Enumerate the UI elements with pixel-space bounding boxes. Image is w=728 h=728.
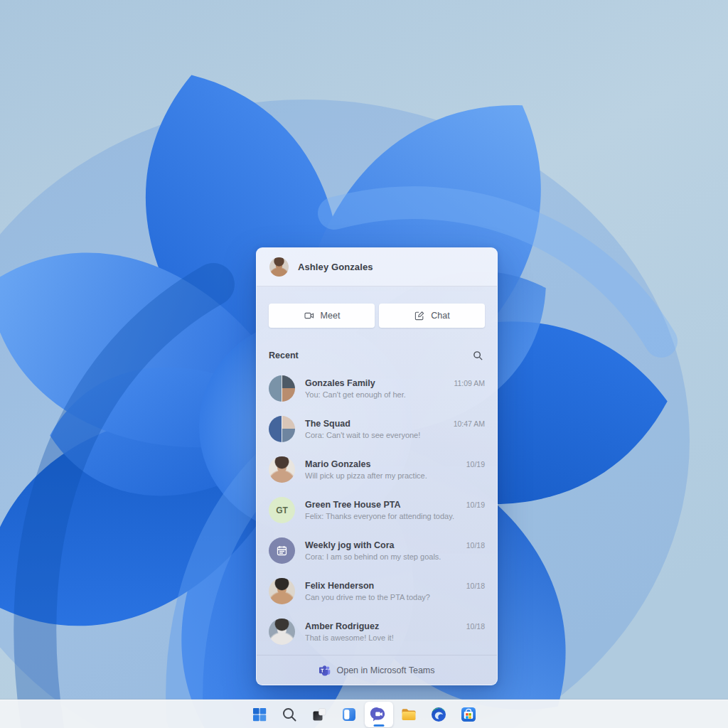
task-view-icon: [311, 706, 328, 723]
conversation-preview: Will pick up pizza after my practice.: [305, 471, 485, 480]
conversation-preview: Can you drive me to the PTA today?: [305, 593, 485, 601]
taskbar-item-store[interactable]: [454, 702, 483, 727]
flyout-header: Ashley Gonzales: [257, 248, 497, 287]
widgets-icon: [341, 706, 358, 723]
conversation-avatar: [269, 619, 295, 645]
taskbar-item-task-view[interactable]: [305, 702, 333, 727]
recent-label: Recent: [269, 350, 299, 360]
conversation-name: Felix Henderson: [305, 581, 374, 591]
meet-button[interactable]: Meet: [269, 304, 375, 328]
meet-button-label: Meet: [321, 311, 341, 321]
file-explorer-icon: [400, 706, 417, 723]
conversation-avatar: [269, 456, 295, 483]
search-button[interactable]: [471, 348, 485, 363]
taskbar-item-start[interactable]: [245, 702, 274, 727]
taskbar-item-widgets[interactable]: [335, 702, 363, 727]
conversation-preview: You: Can't get enough of her.: [305, 390, 485, 399]
video-camera-icon: [304, 310, 315, 321]
teams-chat-icon: [370, 706, 387, 723]
conversation-preview: That is awesome! Love it!: [305, 633, 485, 642]
conversation-time: 10/18: [466, 622, 485, 631]
conversation-time: 10:47 AM: [454, 419, 485, 428]
conversation-name: Weekly jog with Cora: [305, 540, 395, 550]
microsoft-teams-icon: [318, 664, 331, 676]
conversation-item[interactable]: Amber Rodriguez 10/18 That is awesome! L…: [257, 611, 497, 652]
conversation-item[interactable]: The Squad 10:47 AM Cora: Can't wait to s…: [257, 409, 497, 449]
conversation-item[interactable]: Gonzales Family 11:09 AM You: Can't get …: [257, 368, 497, 409]
conversation-name: The Squad: [305, 419, 350, 429]
conversation-avatar: [269, 375, 295, 402]
conversation-time: 10/18: [466, 541, 485, 550]
calendar-icon: [276, 545, 288, 557]
conversation-avatar: [269, 416, 295, 442]
conversation-time: 10/19: [466, 460, 485, 469]
search-icon: [473, 350, 483, 361]
user-avatar[interactable]: [269, 257, 289, 277]
conversation-name: Amber Rodriguez: [305, 621, 379, 631]
conversation-preview: Felix: Thanks everyone for attending tod…: [305, 512, 485, 520]
conversation-item[interactable]: Mario Gonzales 10/19 Will pick up pizza …: [257, 449, 497, 490]
conversation-avatar: [269, 578, 295, 604]
conversation-name: Green Tree House PTA: [305, 500, 401, 510]
taskbar: [0, 700, 728, 728]
conversation-avatar: GT: [269, 497, 295, 523]
open-in-teams-label: Open in Microsoft Teams: [336, 665, 434, 675]
conversation-item[interactable]: GT Green Tree House PTA 10/19 Felix: Tha…: [257, 490, 497, 530]
taskbar-item-edge[interactable]: [424, 702, 453, 727]
user-name: Ashley Gonzales: [298, 262, 373, 272]
quick-actions: Meet Chat: [257, 287, 497, 328]
conversation-preview: Cora: Can't wait to see everyone!: [305, 431, 485, 439]
conversation-item[interactable]: Weekly jog with Cora 10/18 Cora: I am so…: [257, 530, 497, 571]
taskbar-item-teams-chat[interactable]: [365, 702, 393, 727]
recent-header: Recent: [269, 348, 485, 363]
conversation-name: Gonzales Family: [305, 378, 375, 388]
conversation-time: 10/19: [466, 500, 485, 509]
conversation-time: 11:09 AM: [454, 379, 485, 387]
edge-icon: [430, 706, 447, 723]
chat-button-label: Chat: [431, 311, 449, 321]
compose-icon: [414, 310, 425, 321]
conversation-list: Gonzales Family 11:09 AM You: Can't get …: [257, 367, 497, 652]
search-icon: [281, 706, 298, 723]
chat-button[interactable]: Chat: [379, 304, 485, 328]
teams-chat-flyout: Ashley Gonzales Meet Chat Recent: [256, 247, 498, 685]
conversation-avatar: [269, 537, 295, 564]
conversation-preview: Cora: I am so behind on my step goals.: [305, 552, 485, 561]
taskbar-item-file-explorer[interactable]: [395, 702, 423, 727]
conversation-name: Mario Gonzales: [305, 459, 370, 469]
active-app-indicator: [374, 724, 385, 727]
conversation-time: 10/18: [466, 582, 485, 590]
taskbar-item-search[interactable]: [275, 702, 304, 727]
microsoft-store-icon: [460, 706, 477, 723]
conversation-item[interactable]: Felix Henderson 10/18 Can you drive me t…: [257, 571, 497, 611]
windows-start-icon: [251, 706, 268, 723]
open-in-teams-link[interactable]: Open in Microsoft Teams: [257, 655, 497, 685]
